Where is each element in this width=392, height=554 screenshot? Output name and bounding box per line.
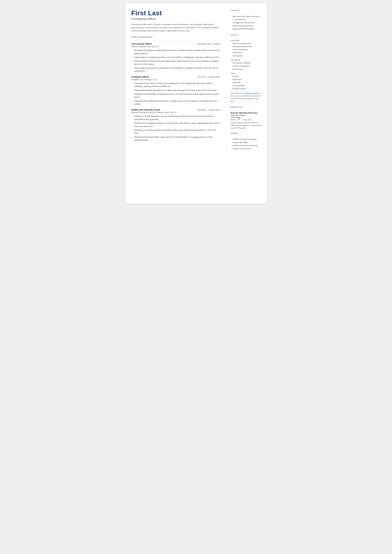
- contact-section-title: CONTACT: [231, 9, 263, 11]
- job-2-header: Probation Officer June 2013 – October 20…: [131, 76, 220, 78]
- list-item: Surveillance: [231, 51, 263, 54]
- contact-email: email@resumeworded.com: [231, 21, 263, 24]
- list-item: Conducted home visits to monitor the com…: [131, 82, 220, 88]
- job-3-title: Undercover Security Guard: [131, 108, 160, 111]
- job-2-company: Growthsi, San Francisco, CA: [131, 78, 220, 81]
- edu-field: Criminology: [231, 116, 263, 119]
- list-item: Implemented 17 institutional policies in…: [131, 56, 220, 59]
- job-3-bullets: Detained over 780 shoplifters until law …: [131, 115, 220, 142]
- job-1: Correctional Officer November 2015 – Pre…: [131, 43, 220, 73]
- job-3-header: Undercover Security Guard June 2010 – Ja…: [131, 108, 220, 111]
- list-item: Security Threat Groups: [231, 147, 263, 150]
- job-1-company: Resume Worded, New York, NY: [131, 45, 220, 48]
- job-3-company: Resume Worded's Exciting Company, New Yo…: [131, 111, 220, 113]
- edu-school: Resume Worded University: [231, 112, 263, 114]
- list-item: Monitored 11 security cameras covering t…: [131, 129, 220, 135]
- work-experience-label: WORK EXPERIENCE: [131, 36, 220, 38]
- contact-linkedin: linkedin.com/in/username: [231, 24, 263, 28]
- list-item: Observed the shopping activities of 1.3K…: [131, 122, 220, 128]
- list-item: Certified Jail Officer.: [231, 141, 263, 144]
- job-3-dates: June 2010 – January 2013: [197, 109, 220, 111]
- job-2-title: Probation Officer: [131, 76, 149, 78]
- list-item: Firearm: [231, 75, 263, 78]
- contact-location: Little Rock, AR (Open to Remote): [231, 15, 263, 18]
- education-divider: [231, 110, 263, 110]
- edu-degree: Associate Degree: [231, 114, 263, 116]
- list-item: Created an individualized reintegration …: [131, 93, 220, 99]
- right-column: CONTACT Little Rock, AR (Open to Remote)…: [226, 3, 267, 204]
- contact-list: Little Rock, AR (Open to Remote) +1-234-…: [231, 15, 263, 30]
- list-item: Supervised the daily operations of 14 of…: [131, 89, 220, 92]
- list-item: Partnered with neighborhood members to s…: [131, 100, 220, 106]
- education-section-title: EDUCATION: [231, 106, 263, 108]
- list-item: Self Defense: [231, 68, 263, 71]
- list-item: Criminal Investigation: [231, 65, 263, 68]
- list-item: Security Camera: [231, 87, 263, 90]
- list-item: Handcuffs: [231, 81, 263, 84]
- job-1-header: Correctional Officer November 2015 – Pre…: [131, 43, 220, 45]
- list-item: Body Armor: [231, 78, 263, 81]
- promo-prefix: Don't forget to use: [231, 92, 245, 94]
- job-2: Probation Officer June 2013 – October 20…: [131, 76, 220, 106]
- tools-list: Firearm Body Armor Handcuffs Two-way Rad…: [231, 75, 263, 90]
- list-item: Detected and blocked traffic routes used…: [131, 136, 220, 142]
- other-list: Certified Corrections Manager. Certified…: [231, 138, 263, 150]
- hard-skills-list: Inspection (Advanced) Patrolling (Experi…: [231, 42, 263, 57]
- list-item: Enforced 95% compliance with thorough se…: [131, 60, 220, 66]
- job-3: Undercover Security Guard June 2010 – Ja…: [131, 108, 220, 142]
- contact-phone: +1-234-456-789: [231, 18, 263, 21]
- promo-paragraph: Don't forget to use Resume Worded to sca…: [231, 92, 263, 103]
- tools-label: Tools:: [231, 72, 263, 74]
- job-2-dates: June 2013 – October 2015: [197, 76, 220, 78]
- job-1-title: Correctional Officer: [131, 43, 152, 45]
- techniques-label: Techniques:: [231, 59, 263, 61]
- list-item: Certified Corrections Manager.: [231, 138, 263, 141]
- list-item: Inspection (Advanced): [231, 42, 263, 45]
- job-1-bullets: Surveilled 28 dangerous areas within the…: [131, 49, 220, 73]
- other-section-title: OTHER: [231, 132, 263, 134]
- candidate-title: Correctional Officer: [131, 17, 220, 21]
- list-item: Detained over 780 shoplifters until law …: [131, 115, 220, 121]
- job-2-bullets: Conducted home visits to monitor the com…: [131, 82, 220, 106]
- list-item: Surveilled 28 dangerous areas within the…: [131, 49, 220, 55]
- list-item: Interrogation: [231, 54, 263, 57]
- promo-link[interactable]: Resume Worded: [245, 92, 258, 94]
- list-item: Patrolling (Experienced): [231, 45, 263, 48]
- edu-awards: Awards: Resume Worded Teaching Fellow (o…: [231, 121, 263, 129]
- left-column: First Last Correctional Officer Correcti…: [125, 3, 226, 204]
- skills-divider: [231, 37, 263, 38]
- list-item: Two-way Radio: [231, 84, 263, 87]
- resume-page: First Last Correctional Officer Correcti…: [125, 3, 267, 204]
- list-item: Firearms Handling: [231, 48, 263, 51]
- candidate-name: First Last: [131, 9, 220, 17]
- list-item: Certified Corrections Supervisor: [231, 144, 263, 147]
- contact-github: github.com/resumeworded: [231, 27, 263, 30]
- summary-text: Correctional officer with 10 years of ex…: [131, 23, 220, 32]
- list-item: Correctional Treatment: [231, 61, 263, 65]
- techniques-list: Correctional Treatment Criminal Investig…: [231, 61, 263, 71]
- skills-section-title: SKILLS: [231, 34, 263, 36]
- edu-location: Boston, MA — May 2010: [231, 119, 263, 121]
- hard-skills-label: Hard Skills:: [231, 40, 263, 41]
- list-item: Supervised the training and certificatio…: [131, 67, 220, 73]
- job-1-dates: November 2015 – Present: [197, 43, 220, 45]
